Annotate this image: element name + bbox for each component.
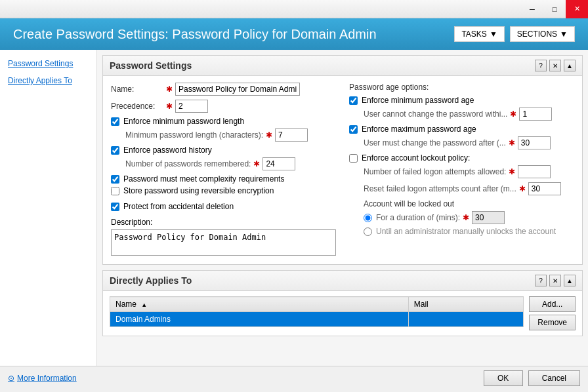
reversible-checkbox[interactable] [111, 187, 119, 195]
protect-row: Protect from accidental deletion [111, 202, 336, 211]
password-settings-title: Password Settings [110, 60, 192, 71]
sections-button[interactable]: SECTIONS ▼ [510, 26, 575, 42]
max-age-sub-label: User must change the password after (... [364, 138, 506, 147]
sidebar-item-password-settings[interactable]: Password Settings [0, 55, 96, 72]
add-button[interactable]: Add... [529, 296, 576, 312]
sidebar-item-directly-applies-to[interactable]: Directly Applies To [0, 72, 96, 89]
description-input[interactable]: Password Policy for Domain Admin [111, 229, 336, 256]
dat-title: Directly Applies To [110, 275, 192, 286]
max-age-sub-row: User must change the password after (...… [364, 136, 574, 149]
titlebar: ─ □ ✕ [0, 0, 588, 18]
duration-input[interactable] [472, 211, 505, 224]
min-age-required: ✱ [510, 109, 516, 119]
dat-table-wrap: Name ▲ Mail Domain Admins [110, 296, 524, 327]
col-mail-header[interactable]: Mail [408, 297, 524, 312]
sections-label: SECTIONS [517, 29, 557, 39]
enforce-min-length-row: Enforce minimum password length [111, 117, 336, 126]
enforce-max-age-row: Enforce maximum password age [349, 125, 574, 134]
ok-cancel-buttons: OK Cancel [484, 370, 580, 386]
reset-failed-label: Reset failed logon attempts count after … [364, 184, 516, 193]
directly-applies-to-panel: Directly Applies To ? ✕ ▲ Name ▲ [102, 270, 583, 336]
help-icon[interactable]: ? [535, 60, 547, 71]
enforce-min-length-checkbox[interactable] [111, 117, 119, 126]
remove-button[interactable]: Remove [529, 315, 576, 330]
enforce-min-length-label: Enforce minimum password length [123, 117, 244, 126]
duration-row: For a duration of (mins): ✱ [364, 211, 574, 224]
max-age-required: ✱ [509, 138, 515, 147]
max-age-input[interactable] [518, 136, 551, 149]
minimize-button[interactable]: ─ [521, 0, 543, 18]
precedence-input[interactable] [175, 100, 208, 113]
min-age-input[interactable] [519, 108, 552, 121]
maximize-button[interactable]: □ [543, 0, 566, 18]
dat-collapse-icon[interactable]: ▲ [564, 275, 576, 286]
enforce-history-checkbox[interactable] [111, 146, 119, 155]
precedence-label: Precedence: [111, 102, 163, 111]
failed-logon-input[interactable] [518, 165, 551, 178]
dat-controls: ? ✕ ▲ [535, 275, 576, 286]
min-length-required: ✱ [266, 130, 272, 140]
dialog-title: Create Password Settings: Password Polic… [13, 27, 377, 42]
complexity-checkbox[interactable] [111, 175, 119, 184]
manual-unlock-row: Until an administrator manually unlocks … [364, 227, 574, 236]
row-mail-cell [408, 312, 524, 327]
panel-collapse-icon[interactable]: ▲ [564, 60, 576, 71]
col-name-header[interactable]: Name ▲ [110, 297, 409, 312]
more-info-icon: ⊙ [8, 374, 14, 383]
history-required: ✱ [253, 159, 260, 168]
panel-controls: ? ✕ ▲ [535, 60, 576, 71]
enforce-history-label: Enforce password history [123, 146, 212, 155]
name-row: Name: ✱ [111, 83, 336, 96]
right-column: Password age options: Enforce minimum pa… [349, 83, 574, 258]
password-settings-body: Name: ✱ Precedence: ✱ [103, 76, 582, 264]
enforce-lockout-label: Enforce account lockout policy: [362, 153, 470, 163]
enforce-lockout-checkbox[interactable] [349, 154, 358, 163]
description-row: Description: Password Policy for Domain … [111, 218, 336, 258]
dialog-header: Create Password Settings: Password Polic… [0, 18, 588, 50]
row-name-cell: Domain Admins [110, 312, 409, 327]
tasks-button[interactable]: TASKS ▼ [454, 26, 504, 42]
duration-radio[interactable] [364, 214, 372, 222]
name-label: Name: [111, 85, 163, 94]
failed-logon-label: Number of failed logon attempts allowed: [364, 167, 506, 176]
manual-unlock-radio[interactable] [364, 227, 372, 236]
min-age-sub-row: User cannot change the password withi...… [364, 108, 574, 121]
precedence-row: Precedence: ✱ [111, 100, 336, 113]
header-buttons: TASKS ▼ SECTIONS ▼ [454, 26, 575, 42]
failed-logon-row: Number of failed logon attempts allowed:… [364, 165, 574, 178]
history-sub-row: Number of passwords remembered: ✱ [125, 157, 336, 170]
enforce-min-age-row: Enforce minimum password age [349, 96, 574, 105]
name-input[interactable] [175, 83, 300, 96]
close-button[interactable]: ✕ [566, 0, 588, 18]
dat-close-icon[interactable]: ✕ [549, 275, 561, 286]
reversible-row: Store password using reversible encrypti… [111, 186, 336, 195]
enforce-min-age-label: Enforce minimum password age [362, 96, 474, 105]
complexity-row: Password must meet complexity requiremen… [111, 174, 336, 184]
more-info-link[interactable]: ⊙ More Information [8, 374, 77, 383]
dat-buttons: Add... Remove [529, 296, 576, 330]
protect-checkbox[interactable] [111, 203, 119, 211]
table-row[interactable]: Domain Admins [110, 312, 524, 327]
enforce-max-age-checkbox[interactable] [349, 125, 358, 134]
sidebar: Password Settings Directly Applies To [0, 50, 97, 366]
min-length-sub-row: Minimum password length (characters): ✱ [125, 128, 336, 142]
two-col-layout: Name: ✱ Precedence: ✱ [111, 83, 574, 258]
ok-button[interactable]: OK [484, 370, 523, 386]
content-area: Password Settings ? ✕ ▲ Name: ✱ [97, 50, 588, 366]
dat-help-icon[interactable]: ? [535, 275, 547, 286]
history-sub-label: Number of passwords remembered: [125, 159, 251, 168]
enforce-min-age-checkbox[interactable] [349, 96, 358, 105]
min-length-input[interactable] [275, 128, 308, 142]
panel-close-icon[interactable]: ✕ [549, 60, 561, 71]
dat-table: Name ▲ Mail Domain Admins [110, 296, 524, 327]
reversible-label: Store password using reversible encrypti… [123, 186, 274, 195]
precedence-required: ✱ [166, 102, 173, 111]
sort-icon: ▲ [141, 302, 147, 308]
reset-failed-input[interactable] [528, 182, 561, 195]
description-label: Description: [111, 218, 152, 227]
history-input[interactable] [262, 157, 295, 170]
password-age-title: Password age options: [349, 83, 574, 92]
reset-failed-row: Reset failed logon attempts count after … [364, 182, 574, 195]
failed-logon-required: ✱ [509, 167, 515, 176]
cancel-button[interactable]: Cancel [528, 370, 580, 386]
